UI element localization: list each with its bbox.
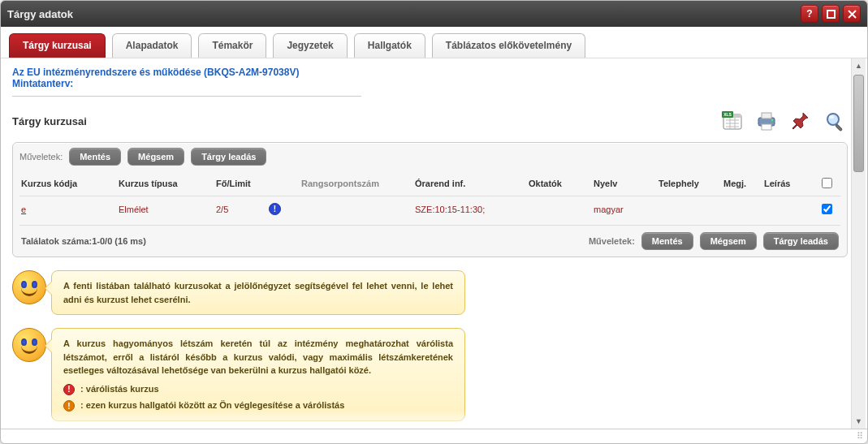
drop-subject-button-bottom[interactable]: Tárgy leadás xyxy=(763,232,839,250)
col-site[interactable]: Telephely xyxy=(659,179,723,188)
hint-row-1: A fenti listában található kurzusokat a … xyxy=(12,270,848,315)
svg-rect-0 xyxy=(827,11,835,18)
save-button-bottom[interactable]: Mentés xyxy=(641,232,693,250)
maximize-button[interactable] xyxy=(822,5,840,23)
tab-temakor[interactable]: Témakör xyxy=(198,33,266,58)
select-all-checkbox[interactable] xyxy=(822,178,832,188)
cell-limit: 2/5 xyxy=(216,205,269,214)
cell-type: Elmélet xyxy=(119,205,216,214)
scroll-up-icon[interactable]: ▲ xyxy=(852,58,866,73)
help-button[interactable]: ? xyxy=(801,5,818,23)
tab-bar: Tárgy kurzusai Alapadatok Témakör Jegyze… xyxy=(1,27,867,58)
scrollbar-thumb[interactable] xyxy=(853,75,864,172)
col-note[interactable]: Megj. xyxy=(723,179,764,188)
close-button[interactable] xyxy=(843,5,861,23)
table-row[interactable]: e Elmélet 2/5 ! SZE:10:15-11:30; magyar xyxy=(19,196,840,222)
subject-link[interactable]: Az EU intézményrendszere és működése (BK… xyxy=(12,67,848,78)
hint2-b2: : ezen kurzus hallgatói között az Ön vég… xyxy=(80,400,344,410)
col-type[interactable]: Kurzus típusa xyxy=(119,179,216,188)
titlebar: Tárgy adatok ? xyxy=(1,1,867,27)
drop-subject-button[interactable]: Tárgy leadás xyxy=(191,148,266,166)
dialog-window: Tárgy adatok ? Tárgy kurzusai Alapadatok… xyxy=(0,0,868,444)
tab-targy-kurzusai[interactable]: Tárgy kurzusai xyxy=(9,33,106,58)
orange-indicator-icon: ! xyxy=(63,400,75,412)
ops-label-top: Műveletek: xyxy=(19,152,63,162)
statusbar: ⠿ xyxy=(1,429,867,443)
ops-label-bottom: Műveletek: xyxy=(589,236,635,246)
section-head: Tárgy kurzusai XLS xyxy=(12,108,848,134)
content-area: Az EU intézményrendszere és működése (BK… xyxy=(1,58,867,429)
ops-row-top: Műveletek: Mentés Mégsem Tárgy leadás xyxy=(19,148,840,166)
svg-rect-6 xyxy=(762,113,771,119)
row-select-checkbox[interactable] xyxy=(822,204,832,214)
grid-header: Kurzus kódja Kurzus típusa Fő/Limit Rang… xyxy=(19,170,840,196)
svg-point-11 xyxy=(829,115,834,119)
svg-text:XLS: XLS xyxy=(723,112,732,117)
col-lang[interactable]: Nyelv xyxy=(594,179,659,188)
col-schedule[interactable]: Órarend inf. xyxy=(415,179,529,188)
course-code-link[interactable]: e xyxy=(21,205,26,214)
col-limit[interactable]: Fő/Limit xyxy=(216,179,269,188)
tab-tablazatos-elokovetelmeny[interactable]: Táblázatos előkövetelmény xyxy=(432,33,585,58)
mintatanterv-label: Mintatanterv: xyxy=(12,78,848,89)
results-text: Találatok száma:1-0/0 (16 ms) xyxy=(21,236,146,246)
window-title: Tárgy adatok xyxy=(7,8,73,20)
scroll-down-icon[interactable]: ▼ xyxy=(852,414,866,429)
xls-export-icon[interactable]: XLS xyxy=(719,108,745,134)
info-icon[interactable]: ! xyxy=(269,203,281,215)
pin-icon[interactable] xyxy=(788,108,814,134)
divider xyxy=(12,96,361,97)
section-title: Tárgy kurzusai xyxy=(12,115,87,127)
print-icon[interactable] xyxy=(754,108,779,134)
cell-schedule: SZE:10:15-11:30; xyxy=(415,205,529,214)
results-row: Találatok száma:1-0/0 (16 ms) Műveletek:… xyxy=(19,225,840,252)
svg-point-8 xyxy=(771,119,773,121)
tab-alapadatok[interactable]: Alapadatok xyxy=(112,33,192,58)
col-rank[interactable]: Rangsorpontszám xyxy=(301,179,415,188)
hint-bubble-1: A fenti listában található kurzusokat a … xyxy=(51,270,465,315)
col-teachers[interactable]: Oktatók xyxy=(529,179,594,188)
svg-rect-10 xyxy=(836,124,842,131)
svg-point-9 xyxy=(827,114,839,125)
resize-grip-icon[interactable]: ⠿ xyxy=(857,431,864,442)
svg-rect-7 xyxy=(762,124,771,130)
cell-lang: magyar xyxy=(594,205,659,214)
search-icon[interactable] xyxy=(822,108,848,134)
tab-jegyzetek[interactable]: Jegyzetek xyxy=(273,33,347,58)
save-button[interactable]: Mentés xyxy=(69,148,121,166)
hint-row-2: A kurzus hagyományos létszám keretén túl… xyxy=(12,328,848,421)
scrollbar[interactable]: ▲ ▼ xyxy=(851,58,866,429)
hint2-main: A kurzus hagyományos létszám keretén túl… xyxy=(63,338,453,375)
cancel-button[interactable]: Mégsem xyxy=(127,148,184,166)
col-desc[interactable]: Leírás xyxy=(764,179,817,188)
cancel-button-bottom[interactable]: Mégsem xyxy=(700,232,757,250)
grid-panel: Műveletek: Mentés Mégsem Tárgy leadás Ku… xyxy=(12,142,848,257)
tab-hallgatok[interactable]: Hallgatók xyxy=(354,33,425,58)
red-indicator-icon: ! xyxy=(63,384,75,395)
hint-bubble-2: A kurzus hagyományos létszám keretén túl… xyxy=(51,328,465,421)
col-code[interactable]: Kurzus kódja xyxy=(21,179,119,188)
hint2-b1: : várólistás kurzus xyxy=(80,384,159,394)
